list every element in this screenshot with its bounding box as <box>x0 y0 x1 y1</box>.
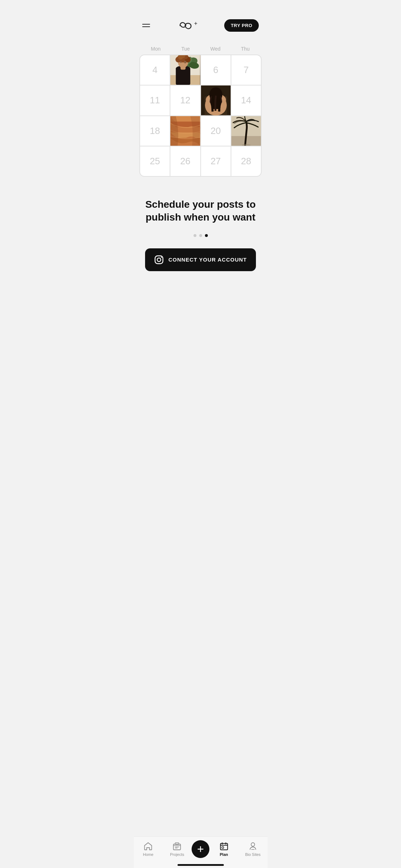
calendar-grid: 4 <box>139 55 262 177</box>
svg-point-16 <box>184 61 186 63</box>
cal-day-20[interactable]: 20 <box>201 116 231 146</box>
logo-plus: + <box>194 20 197 27</box>
header: + TRY PRO <box>134 0 267 37</box>
promo-title: Schedule your posts to publish when you … <box>145 198 256 224</box>
cal-day-12[interactable]: 12 <box>170 86 200 115</box>
dot-1 <box>194 234 196 237</box>
menu-button[interactable] <box>142 24 150 27</box>
connect-account-button[interactable]: CONNECT YOUR ACCOUNT <box>145 248 256 271</box>
cal-day-19[interactable] <box>170 116 200 146</box>
calendar: Mon Tue Wed Thu 4 <box>134 37 267 177</box>
cal-day-4[interactable]: 4 <box>140 55 170 85</box>
cal-day-18[interactable]: 18 <box>140 116 170 146</box>
logo-icon <box>177 20 193 31</box>
cal-day-5[interactable] <box>170 55 200 85</box>
connect-label: CONNECT YOUR ACCOUNT <box>168 257 247 263</box>
day-wed: Wed <box>201 43 231 55</box>
cal-photo-13 <box>201 86 231 115</box>
cal-day-26[interactable]: 26 <box>170 146 200 176</box>
cal-photo-5 <box>170 55 200 85</box>
dot-2 <box>199 234 202 237</box>
svg-point-17 <box>180 61 182 63</box>
day-tue: Tue <box>171 43 201 55</box>
cal-day-11[interactable]: 11 <box>140 86 170 115</box>
cal-day-25[interactable]: 25 <box>140 146 170 176</box>
day-mon: Mon <box>141 43 171 55</box>
logo: + <box>177 20 197 31</box>
calendar-day-headers: Mon Tue Wed Thu <box>139 43 262 55</box>
svg-point-34 <box>161 257 162 258</box>
cal-photo-21 <box>231 116 261 146</box>
cal-day-28[interactable]: 28 <box>231 146 261 176</box>
cal-day-6[interactable]: 6 <box>201 55 231 85</box>
cal-day-7[interactable]: 7 <box>231 55 261 85</box>
carousel-dots <box>145 234 256 237</box>
cal-photo-19 <box>170 116 200 146</box>
instagram-icon <box>154 255 164 265</box>
svg-point-33 <box>157 258 161 262</box>
cal-day-21[interactable] <box>231 116 261 146</box>
cal-day-14[interactable]: 14 <box>231 86 261 115</box>
cal-day-27[interactable]: 27 <box>201 146 231 176</box>
promo-section: Schedule your posts to publish when you … <box>134 177 267 283</box>
dot-3 <box>205 234 208 237</box>
cal-day-13[interactable] <box>201 86 231 115</box>
try-pro-button[interactable]: TRY PRO <box>224 19 259 32</box>
day-thu: Thu <box>230 43 260 55</box>
